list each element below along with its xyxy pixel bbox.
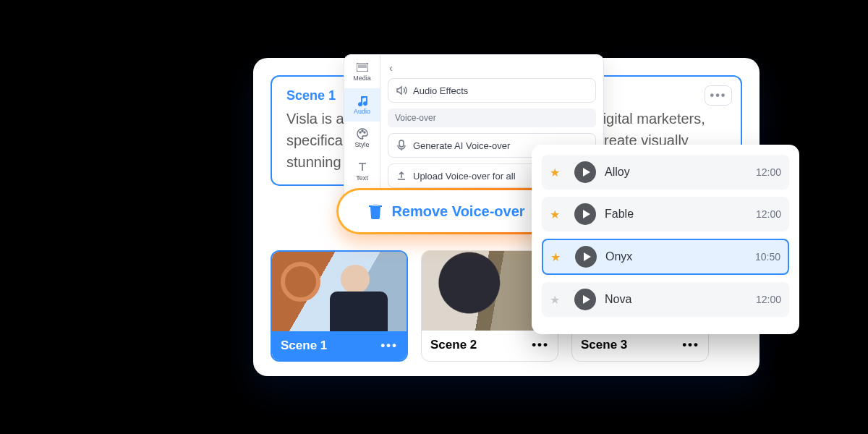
tab-text[interactable]: Text <box>344 155 380 188</box>
svg-point-4 <box>364 132 365 133</box>
music-note-icon <box>357 95 368 106</box>
play-button[interactable] <box>574 203 596 225</box>
star-icon[interactable]: ★ <box>550 166 566 179</box>
star-icon[interactable]: ★ <box>550 250 566 264</box>
scene-thumb-label: Scene 2 <box>430 338 477 352</box>
remove-voiceover-highlight: Remove Voice-over <box>336 188 557 234</box>
star-icon[interactable]: ★ <box>550 208 566 221</box>
back-button[interactable]: ‹ <box>388 61 393 78</box>
voice-row-fable[interactable]: ★ Fable 12:00 <box>542 197 789 231</box>
voice-row-alloy[interactable]: ★ Alloy 12:00 <box>542 155 789 190</box>
scene-more-button[interactable]: ••• <box>705 85 732 106</box>
tab-style[interactable]: Style <box>344 122 380 155</box>
voice-list-popover: ★ Alloy 12:00 ★ Fable 12:00 ★ Onyx 10:50… <box>532 145 799 334</box>
palette-icon <box>357 128 368 140</box>
text-icon <box>357 161 368 173</box>
star-icon[interactable]: ★ <box>550 293 566 307</box>
scene-thumb-label: Scene 3 <box>581 338 627 352</box>
svg-point-2 <box>359 132 361 133</box>
speaker-icon <box>396 85 407 96</box>
play-button[interactable] <box>575 246 597 268</box>
scene-thumb-image <box>272 252 407 331</box>
voiceover-section-label: Voice-over <box>388 109 596 127</box>
tab-media[interactable]: Media <box>344 55 380 88</box>
scene-thumb-1[interactable]: Scene 1••• <box>271 250 408 362</box>
play-button[interactable] <box>574 289 596 310</box>
scene-thumb-label: Scene 1 <box>281 339 327 353</box>
scene-thumb-more[interactable]: ••• <box>532 338 549 352</box>
svg-rect-1 <box>358 64 367 68</box>
trash-icon <box>368 203 383 219</box>
mic-icon <box>396 140 407 151</box>
voice-row-nova[interactable]: ★ Nova 12:00 <box>542 282 789 317</box>
scene-thumb-more[interactable]: ••• <box>682 338 699 352</box>
svg-point-3 <box>362 130 363 132</box>
audio-effects-button[interactable]: Audio Effects <box>388 78 596 103</box>
remove-voiceover-button[interactable]: Remove Voice-over <box>339 190 555 232</box>
scene-thumb-more[interactable]: ••• <box>380 339 398 353</box>
voice-row-onyx[interactable]: ★ Onyx 10:50 <box>542 239 789 275</box>
upload-icon <box>396 170 407 182</box>
tool-tab-rail: Media Audio Style Text <box>344 55 380 204</box>
media-icon <box>357 61 368 73</box>
play-button[interactable] <box>574 161 596 183</box>
tab-audio[interactable]: Audio <box>344 88 380 122</box>
svg-rect-5 <box>399 140 404 147</box>
